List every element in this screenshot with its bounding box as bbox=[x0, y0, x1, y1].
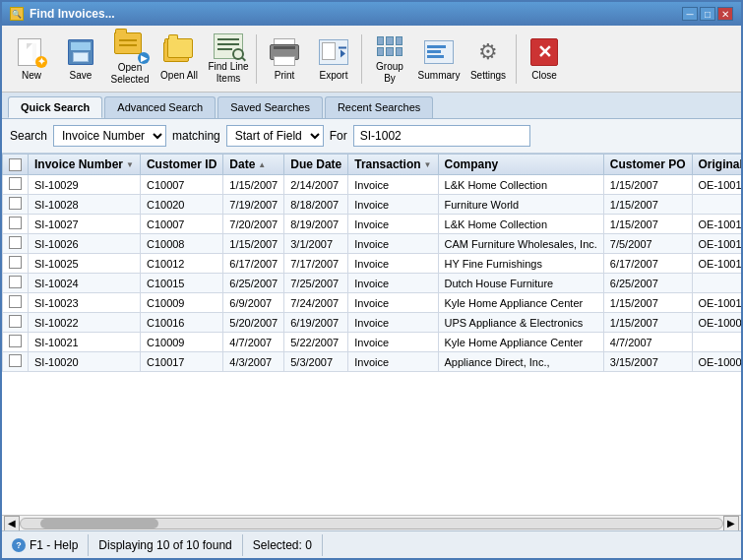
cell-customer-po: 4/7/2007 bbox=[603, 333, 692, 352]
close-icon: ✕ bbox=[528, 36, 560, 68]
scroll-left-button[interactable]: ◀ bbox=[4, 516, 20, 531]
row-checkbox-cell bbox=[3, 313, 29, 333]
row-checkbox-cell bbox=[3, 254, 29, 274]
cell-customer-id: C10017 bbox=[140, 352, 222, 372]
cell-original-order bbox=[692, 195, 741, 215]
settings-button[interactable]: ⚙ Settings bbox=[464, 31, 512, 88]
print-button[interactable]: Print bbox=[261, 31, 308, 88]
select-all-checkbox[interactable] bbox=[9, 158, 22, 171]
table-row[interactable]: SI-10026 C10008 1/15/2007 3/1/2007 Invoi… bbox=[3, 234, 742, 254]
col-header-original-order[interactable]: Original Order bbox=[692, 155, 741, 175]
col-header-customer-po[interactable]: Customer PO bbox=[603, 155, 692, 175]
cell-invoice: SI-10020 bbox=[29, 352, 141, 372]
cell-original-order bbox=[692, 274, 741, 293]
new-button[interactable]: ✦ New bbox=[8, 31, 55, 88]
cell-invoice: SI-10024 bbox=[29, 274, 141, 293]
row-checkbox-cell bbox=[3, 195, 29, 215]
summary-icon bbox=[423, 36, 455, 68]
cell-date: 6/17/2007 bbox=[223, 254, 284, 274]
find-line-items-button[interactable]: Find Line Items bbox=[205, 31, 252, 88]
col-header-checkbox[interactable] bbox=[3, 155, 29, 175]
cell-transaction: Invoice bbox=[348, 313, 438, 333]
group-by-button[interactable]: Group By bbox=[366, 31, 413, 88]
table-row[interactable]: SI-10027 C10007 7/20/2007 8/19/2007 Invo… bbox=[3, 215, 742, 234]
table-row[interactable]: SI-10021 C10009 4/7/2007 5/22/2007 Invoi… bbox=[3, 333, 742, 352]
cell-company: Kyle Home Appliance Center bbox=[438, 293, 603, 313]
table-row[interactable]: SI-10028 C10020 7/19/2007 8/18/2007 Invo… bbox=[3, 195, 742, 215]
cell-date: 5/20/2007 bbox=[223, 313, 284, 333]
cell-company: Furniture World bbox=[438, 195, 603, 215]
group-by-label: Group By bbox=[369, 61, 410, 85]
open-all-label: Open All bbox=[160, 70, 198, 82]
row-checkbox[interactable] bbox=[9, 236, 22, 249]
row-checkbox-cell bbox=[3, 175, 29, 195]
row-checkbox[interactable] bbox=[9, 197, 22, 210]
cell-due-date: 6/19/2007 bbox=[284, 313, 348, 333]
cell-customer-po: 6/17/2007 bbox=[603, 254, 692, 274]
save-button[interactable]: Save bbox=[57, 31, 104, 88]
table-row[interactable]: SI-10022 C10016 5/20/2007 6/19/2007 Invo… bbox=[3, 313, 742, 333]
window-close-button[interactable]: ✕ bbox=[717, 7, 733, 21]
open-all-button[interactable]: Open All bbox=[155, 31, 203, 88]
cell-transaction: Invoice bbox=[348, 274, 438, 293]
table-row[interactable]: SI-10029 C10007 1/15/2007 2/14/2007 Invo… bbox=[3, 175, 742, 195]
cell-invoice: SI-10027 bbox=[29, 215, 141, 234]
row-checkbox[interactable] bbox=[9, 315, 22, 328]
tab-quick-search[interactable]: Quick Search bbox=[8, 96, 102, 118]
cell-invoice: SI-10023 bbox=[29, 293, 141, 313]
row-checkbox[interactable] bbox=[9, 295, 22, 308]
close-label: Close bbox=[531, 70, 557, 82]
cell-date: 7/20/2007 bbox=[223, 215, 284, 234]
col-header-date[interactable]: Date▲ bbox=[223, 155, 284, 175]
export-button[interactable]: Export bbox=[310, 31, 357, 88]
row-checkbox[interactable] bbox=[9, 354, 22, 367]
maximize-button[interactable]: □ bbox=[700, 7, 715, 21]
scrollbar-thumb[interactable] bbox=[40, 519, 158, 529]
tab-advanced-search[interactable]: Advanced Search bbox=[104, 96, 216, 118]
find-line-items-label: Find Line Items bbox=[208, 61, 249, 85]
matching-select[interactable]: Start of Field bbox=[226, 125, 324, 147]
cell-transaction: Invoice bbox=[348, 352, 438, 372]
cell-due-date: 7/25/2007 bbox=[284, 274, 348, 293]
col-header-transaction[interactable]: Transaction▼ bbox=[348, 155, 438, 175]
col-header-due-date[interactable]: Due Date bbox=[284, 155, 348, 175]
table-row[interactable]: SI-10024 C10015 6/25/2007 7/25/2007 Invo… bbox=[3, 274, 742, 293]
table-row[interactable]: SI-10025 C10012 6/17/2007 7/17/2007 Invo… bbox=[3, 254, 742, 274]
cell-company: Appliance Direct, Inc., bbox=[438, 352, 603, 372]
cell-date: 6/25/2007 bbox=[223, 274, 284, 293]
tab-recent-searches[interactable]: Recent Searches bbox=[325, 96, 433, 118]
row-checkbox[interactable] bbox=[9, 217, 22, 229]
search-bar: Search Invoice Number matching Start of … bbox=[2, 119, 741, 154]
field-select[interactable]: Invoice Number bbox=[53, 125, 166, 147]
row-checkbox[interactable] bbox=[9, 335, 22, 347]
tab-saved-searches[interactable]: Saved Searches bbox=[217, 96, 323, 118]
cell-transaction: Invoice bbox=[348, 175, 438, 195]
row-checkbox-cell bbox=[3, 234, 29, 254]
col-header-invoice-number[interactable]: Invoice Number▼ bbox=[29, 155, 141, 175]
horizontal-scrollbar[interactable] bbox=[20, 518, 723, 529]
cell-company: Kyle Home Appliance Center bbox=[438, 333, 603, 352]
search-input[interactable] bbox=[353, 125, 530, 147]
row-checkbox[interactable] bbox=[9, 177, 22, 190]
selected-status: Selected: 0 bbox=[243, 534, 323, 556]
title-bar-left: 🔍 Find Invoices... bbox=[10, 7, 115, 21]
cell-due-date: 2/14/2007 bbox=[284, 175, 348, 195]
table-row[interactable]: SI-10020 C10017 4/3/2007 5/3/2007 Invoic… bbox=[3, 352, 742, 372]
close-button[interactable]: ✕ Close bbox=[521, 31, 568, 88]
summary-button[interactable]: Summary bbox=[415, 31, 463, 88]
cell-due-date: 5/22/2007 bbox=[284, 333, 348, 352]
cell-invoice: SI-10025 bbox=[29, 254, 141, 274]
table-row[interactable]: SI-10023 C10009 6/9/2007 7/24/2007 Invoi… bbox=[3, 293, 742, 313]
row-checkbox-cell bbox=[3, 352, 29, 372]
row-checkbox[interactable] bbox=[9, 256, 22, 269]
col-header-customer-id[interactable]: Customer ID bbox=[140, 155, 222, 175]
scroll-right-button[interactable]: ▶ bbox=[723, 516, 739, 531]
row-checkbox[interactable] bbox=[9, 276, 22, 288]
col-header-company[interactable]: Company bbox=[438, 155, 603, 175]
row-checkbox-cell bbox=[3, 293, 29, 313]
minimize-button[interactable]: ─ bbox=[682, 7, 698, 21]
cell-original-order: OE-10012 bbox=[692, 234, 741, 254]
row-checkbox-cell bbox=[3, 215, 29, 234]
open-selected-button[interactable]: ▶ Open Selected bbox=[106, 31, 154, 88]
main-window: 🔍 Find Invoices... ─ □ ✕ ✦ New bbox=[0, 0, 743, 560]
